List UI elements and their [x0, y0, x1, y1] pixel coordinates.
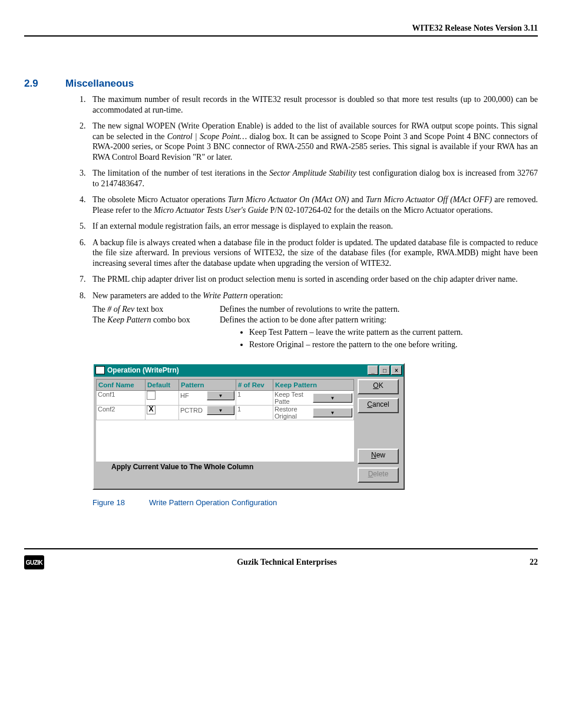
col-header[interactable]: Keep Pattern: [273, 380, 354, 391]
col-header[interactable]: # of Rev: [236, 380, 273, 391]
chevron-down-icon[interactable]: ▼: [313, 408, 352, 417]
figure-caption: Figure 18Write Pattern Operation Configu…: [92, 498, 538, 507]
page-number: 22: [530, 558, 538, 567]
list-item: The new signal WOPEN (Write Operation En…: [88, 121, 538, 162]
chevron-down-icon[interactable]: ▼: [313, 393, 352, 403]
main-list: The maximum number of result records in …: [24, 94, 538, 351]
bullet-item: Keep Test Pattern – leave the write patt…: [249, 327, 538, 338]
dialog-window: Operation (WritePtrn) _ □ × Conf Name De…: [92, 363, 405, 490]
dialog-title: Operation (WritePtrn): [107, 366, 179, 374]
dialog-titlebar[interactable]: Operation (WritePtrn) _ □ ×: [94, 364, 404, 377]
delete-button[interactable]: Delete: [358, 467, 399, 483]
cancel-button[interactable]: Cancel: [358, 398, 399, 413]
apply-label: Apply Current Value to The Whole Column: [96, 462, 354, 473]
table-row[interactable]: Conf2 X PCTRD▼ 1 Restore Original▼: [97, 406, 354, 420]
bullet-item: Restore Original – restore the pattern t…: [249, 340, 538, 350]
list-item: New parameters are added to the Write Pa…: [88, 291, 538, 352]
checkbox[interactable]: X: [147, 406, 156, 414]
app-icon: [95, 366, 105, 374]
list-item: The limitation of the number of test ite…: [88, 168, 538, 189]
section-number: 2.9: [24, 78, 65, 90]
footer-company: Guzik Technical Enterprises: [44, 558, 530, 567]
close-icon[interactable]: ×: [391, 365, 402, 375]
col-header[interactable]: Conf Name: [97, 380, 146, 391]
minimize-icon[interactable]: _: [368, 365, 378, 375]
list-item: The maximum number of result records in …: [88, 94, 538, 115]
col-header[interactable]: Default: [146, 380, 179, 391]
list-item: If an external module registration fails…: [88, 221, 538, 232]
page-footer: GUZIK Guzik Technical Enterprises 22: [24, 548, 538, 569]
checkbox[interactable]: [147, 391, 156, 400]
list-item: A backup file is always created when a d…: [88, 238, 538, 269]
section-title: Miscellaneous: [65, 78, 134, 90]
chevron-down-icon[interactable]: ▼: [207, 391, 234, 400]
config-table[interactable]: Conf Name Default Pattern # of Rev Keep …: [96, 379, 354, 462]
logo: GUZIK: [24, 555, 44, 569]
param-name: The # of Rev text box: [92, 304, 216, 315]
chevron-down-icon[interactable]: ▼: [207, 406, 234, 415]
table-row[interactable]: Conf1 HF▼ 1 Keep Test Patte▼: [97, 391, 354, 406]
param-value: Defines the number of revolutions to wri…: [220, 304, 538, 315]
col-header[interactable]: Pattern: [179, 380, 236, 391]
ok-button[interactable]: OK: [358, 379, 399, 394]
param-value: Defines the action to be done after patt…: [220, 315, 538, 352]
list-item: The obsolete Micro Actuator operations T…: [88, 195, 538, 215]
maximize-icon[interactable]: □: [379, 365, 390, 375]
param-name: The Keep Pattern combo box: [92, 315, 216, 352]
new-button[interactable]: New: [358, 449, 399, 464]
page-header: WITE32 Release Notes Version 3.11: [24, 24, 538, 37]
list-item: The PRML chip adapter driver list on pro…: [88, 274, 538, 285]
